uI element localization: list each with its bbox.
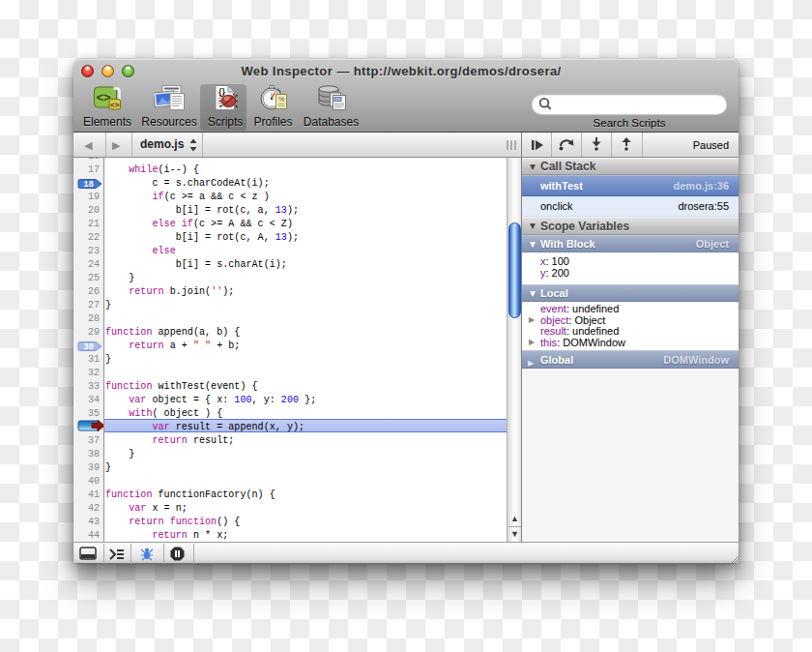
- svg-text:{}: {}: [218, 87, 226, 97]
- svg-text:30: 30: [83, 342, 94, 351]
- svg-text:%: %: [277, 95, 284, 104]
- svg-text:<>: <>: [110, 101, 120, 109]
- svg-text:18: 18: [83, 180, 94, 189]
